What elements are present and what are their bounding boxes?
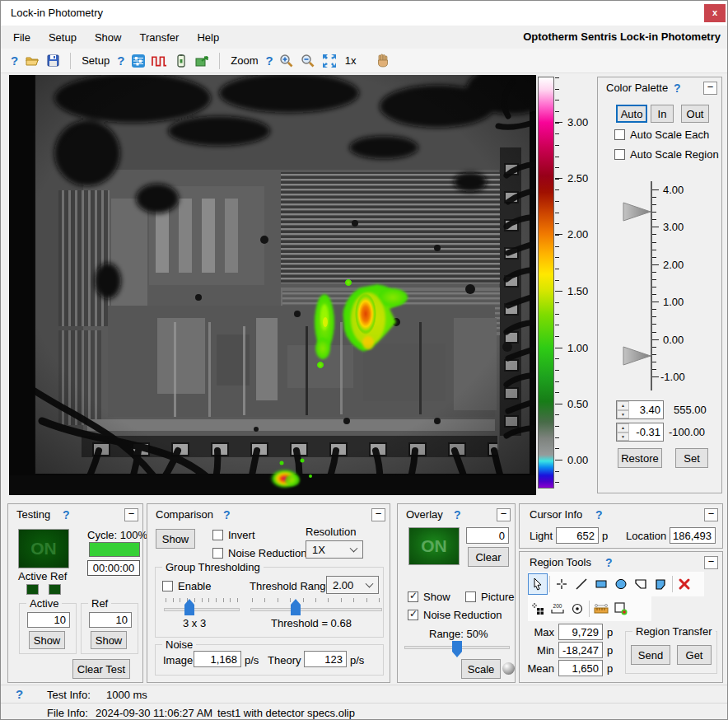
menu-file[interactable]: File: [4, 31, 40, 44]
rectangle-icon[interactable]: [591, 573, 611, 595]
config-icon[interactable]: [130, 53, 146, 68]
send-button[interactable]: Send: [631, 645, 670, 665]
testing-panel: Testing ? − ON Cycle: 100% 00:00:00 Acti…: [7, 503, 143, 683]
open-icon[interactable]: [24, 53, 40, 68]
kernel-label: 3 x 3: [183, 617, 206, 629]
clear-test-button[interactable]: Clear Test: [72, 659, 130, 679]
help-icon[interactable]: ?: [454, 508, 461, 521]
invert-checkbox[interactable]: Invert: [212, 529, 255, 541]
checkbox[interactable]: [212, 548, 223, 559]
ellipse-icon[interactable]: [611, 573, 631, 595]
spin-up-icon[interactable]: ▲: [617, 401, 629, 410]
status-help-icon[interactable]: ?: [16, 688, 23, 700]
fit-icon[interactable]: [322, 53, 338, 68]
location-field[interactable]: 186,493: [670, 527, 716, 544]
delete-icon[interactable]: [674, 573, 694, 595]
checkbox[interactable]: [162, 581, 173, 591]
active-group: Active 10 Show: [19, 603, 77, 654]
center-target-icon[interactable]: [567, 598, 587, 619]
mean-field[interactable]: 1,650: [558, 660, 603, 676]
sphere-icon[interactable]: [502, 662, 515, 675]
transfer-icon[interactable]: [194, 53, 210, 68]
checkbox[interactable]: [212, 530, 223, 540]
min-field[interactable]: -18,247: [558, 642, 603, 658]
polygon-icon[interactable]: [631, 573, 651, 595]
resolution-label: Resolution: [306, 526, 356, 538]
overlay-count-field[interactable]: 0: [466, 527, 509, 544]
zoom-in-icon[interactable]: [279, 53, 295, 68]
lower-value[interactable]: -0.31: [629, 423, 663, 441]
noise-image-field[interactable]: 1,168: [194, 651, 241, 667]
menu-transfer[interactable]: Transfer: [130, 31, 188, 44]
overlay-clear-button[interactable]: Clear: [468, 547, 509, 567]
line-icon[interactable]: [572, 573, 591, 595]
ref-show-button[interactable]: Show: [91, 631, 127, 649]
get-button[interactable]: Get: [677, 645, 712, 665]
collapse-button[interactable]: −: [371, 508, 385, 521]
pan-hand-icon[interactable]: [375, 53, 390, 68]
checkbox[interactable]: [465, 591, 476, 602]
threshold-range-combo[interactable]: 2.00: [326, 576, 379, 594]
range-slider-thumb[interactable]: [452, 641, 462, 657]
lower-limit-slider[interactable]: [623, 347, 651, 365]
menu-show[interactable]: Show: [86, 31, 131, 44]
select-icon[interactable]: [528, 573, 548, 595]
kernel-slider-track[interactable]: [164, 608, 240, 611]
test-on-button[interactable]: ON: [18, 529, 69, 568]
help-icon[interactable]: ?: [63, 508, 70, 521]
ruler-icon[interactable]: [591, 598, 611, 619]
close-button[interactable]: x: [704, 4, 726, 22]
save-icon[interactable]: [45, 53, 61, 68]
comparison-show-button[interactable]: Show: [156, 529, 195, 549]
probe-icon[interactable]: [173, 53, 189, 68]
upper-value-spinner[interactable]: ▲▼ 3.40: [616, 400, 664, 419]
spin-down-icon[interactable]: ▼: [617, 432, 629, 442]
checkbox[interactable]: [408, 610, 418, 620]
file-date: 2024-09-30 11:06:27 AM: [96, 707, 212, 719]
upper-value[interactable]: 3.40: [629, 401, 663, 418]
spin-up-icon[interactable]: ▲: [617, 423, 629, 432]
waveform-icon[interactable]: [152, 53, 167, 68]
help-icon[interactable]: ?: [595, 508, 603, 521]
collapse-button[interactable]: −: [704, 556, 718, 569]
menu-help[interactable]: Help: [188, 31, 228, 44]
collapse-button[interactable]: −: [704, 508, 718, 521]
spin-down-icon[interactable]: ▼: [617, 410, 629, 419]
collapse-button[interactable]: −: [124, 508, 138, 521]
pixel-grid-icon[interactable]: [528, 598, 548, 619]
overlay-on-button[interactable]: ON: [408, 527, 460, 565]
menu-setup[interactable]: Setup: [40, 31, 86, 44]
max-field[interactable]: 9,729: [558, 624, 603, 640]
help-icon[interactable]: ?: [223, 508, 231, 521]
ref-count-field[interactable]: 10: [89, 612, 132, 628]
measure-icon[interactable]: 200: [548, 598, 567, 619]
zoom-out-icon[interactable]: [301, 53, 316, 68]
collapse-button[interactable]: −: [497, 508, 511, 521]
scale-tick-label: 4.00: [663, 184, 684, 196]
scale-button[interactable]: Scale: [461, 659, 501, 679]
region-marker-icon[interactable]: [611, 598, 631, 619]
overlay-noise-reduction-checkbox[interactable]: Noise Reduction: [408, 609, 502, 621]
picture-checkbox[interactable]: Picture: [465, 591, 514, 603]
set-button[interactable]: Set: [675, 448, 708, 468]
checkbox[interactable]: [408, 591, 418, 602]
threshold-slider-track[interactable]: [250, 608, 382, 611]
help-icon[interactable]: ?: [11, 54, 18, 67]
lower-value-spinner[interactable]: ▲▼ -0.31: [616, 423, 664, 442]
restore-button[interactable]: Restore: [618, 448, 662, 468]
upper-limit-slider[interactable]: [623, 203, 651, 221]
comparison-noise-reduction-checkbox[interactable]: Noise Reduction: [212, 547, 306, 559]
enable-checkbox[interactable]: Enable: [162, 580, 211, 592]
active-count-field[interactable]: 10: [27, 612, 70, 628]
point-icon[interactable]: [552, 573, 572, 595]
resolution-combo[interactable]: 1X: [306, 540, 363, 559]
overlay-show-checkbox[interactable]: Show: [408, 591, 450, 603]
polygon-filled-icon[interactable]: [651, 573, 670, 595]
light-field[interactable]: 652: [556, 527, 599, 544]
zoom-help-icon[interactable]: ?: [266, 54, 273, 67]
noise-theory-field[interactable]: 123: [304, 651, 347, 667]
active-show-button[interactable]: Show: [29, 631, 65, 649]
setup-help-icon[interactable]: ?: [117, 54, 124, 67]
help-icon[interactable]: ?: [605, 556, 613, 569]
main-image[interactable]: [9, 75, 536, 495]
